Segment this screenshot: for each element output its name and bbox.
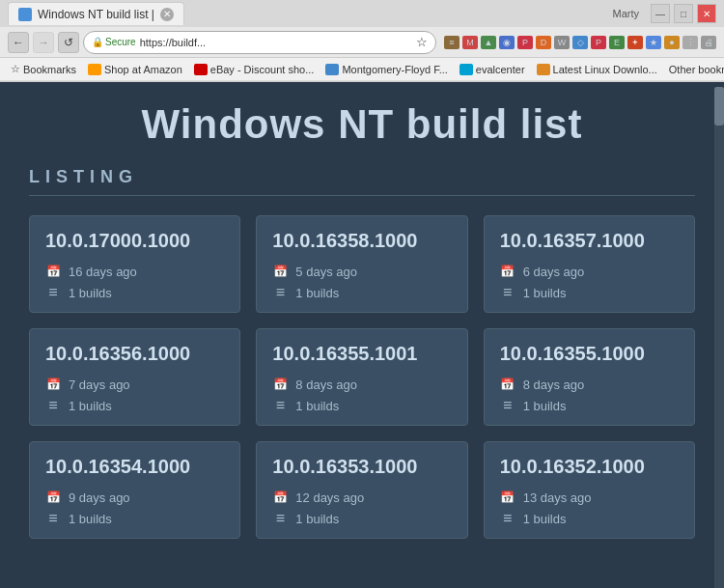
build-date: 13 days ago (500, 490, 679, 505)
build-version: 10.0.16354.1000 (45, 456, 224, 478)
build-card[interactable]: 10.0.16358.1000 5 days ago 1 builds (256, 215, 467, 313)
window-controls: Marty — □ ✕ (613, 4, 717, 23)
section-header: LISTING (29, 167, 695, 196)
ext2-icon[interactable]: ★ (646, 36, 661, 49)
bookmark-item-ebay[interactable]: eBay - Discount sho... (191, 64, 318, 75)
forward-button[interactable]: → (33, 32, 54, 53)
days-ago-label: 5 days ago (295, 265, 357, 279)
build-date: 9 days ago (45, 490, 224, 505)
calendar-icon (272, 490, 288, 505)
print-icon[interactable]: 🖨 (701, 36, 716, 49)
calendar-icon (272, 377, 288, 392)
build-count: 1 builds (272, 398, 451, 413)
diigo-icon[interactable]: D (536, 36, 551, 49)
calendar-icon (500, 377, 515, 392)
dropbox-icon[interactable]: ◇ (572, 36, 588, 49)
refresh-button[interactable]: ↺ (58, 32, 79, 53)
plus-icon[interactable]: + (627, 36, 643, 49)
builds-list-icon (45, 398, 61, 413)
bookmark-item-montgomery[interactable]: Montgomery-Floyd F... (322, 64, 450, 75)
build-card[interactable]: 10.0.16353.1000 12 days ago 1 builds (256, 441, 467, 539)
build-count: 1 builds (272, 285, 451, 300)
page-title: Windows NT build list (29, 82, 695, 167)
build-card[interactable]: 10.0.17000.1000 16 days ago 1 builds (29, 215, 240, 313)
build-version: 10.0.16357.1000 (500, 230, 679, 252)
bookmark-item-amazon[interactable]: Shop at Amazon (85, 64, 185, 75)
build-meta: 5 days ago 1 builds (272, 264, 451, 300)
days-ago-label: 16 days ago (69, 265, 137, 279)
gmail-icon[interactable]: M (462, 36, 478, 49)
other-bookmarks-label: Other bookmarks (669, 64, 724, 75)
minimize-button[interactable]: — (651, 4, 670, 23)
bookmark-item-other[interactable]: Other bookmarks (666, 64, 724, 75)
bookmark-label-ebay: eBay - Discount sho... (210, 64, 315, 75)
builds-list-icon (272, 398, 288, 413)
build-meta: 6 days ago 1 builds (500, 264, 679, 300)
calendar-icon (45, 377, 61, 392)
builds-count-label: 1 builds (523, 512, 567, 526)
builds-count-label: 1 builds (69, 399, 112, 413)
build-date: 8 days ago (272, 377, 451, 392)
builds-count-label: 1 builds (295, 512, 339, 526)
build-meta: 13 days ago 1 builds (500, 490, 679, 526)
active-tab[interactable]: Windows NT build list | ✕ (8, 2, 184, 25)
menu-icon[interactable]: ⋮ (682, 36, 698, 49)
scrollbar-thumb[interactable] (714, 87, 724, 126)
back-button[interactable]: ← (8, 32, 29, 53)
build-card[interactable]: 10.0.16355.1000 8 days ago 1 builds (484, 328, 695, 426)
ebay-icon (194, 64, 208, 75)
evernote-icon[interactable]: E (609, 36, 625, 49)
montgomery-icon (325, 64, 339, 75)
build-count: 1 builds (272, 511, 451, 526)
builds-grid: 10.0.17000.1000 16 days ago 1 builds 10.… (29, 215, 695, 539)
extensions-icon[interactable]: ≡ (444, 36, 459, 49)
build-card[interactable]: 10.0.16354.1000 9 days ago 1 builds (29, 441, 240, 539)
build-count: 1 builds (500, 511, 679, 526)
address-text: https://buildf... (140, 37, 206, 48)
days-ago-label: 9 days ago (69, 490, 130, 505)
build-count: 1 builds (500, 398, 679, 413)
wiki-icon[interactable]: W (554, 36, 570, 49)
browser-chrome: Windows NT build list | ✕ Marty — □ ✕ ← … (0, 0, 724, 82)
page-content: Windows NT build list LISTING 10.0.17000… (0, 82, 724, 568)
build-card[interactable]: 10.0.16356.1000 7 days ago 1 builds (29, 328, 240, 426)
star-icon[interactable]: ☆ (416, 35, 428, 49)
address-bar[interactable]: 🔒 Secure https://buildf... ☆ (83, 31, 436, 54)
scrollbar[interactable] (714, 87, 724, 588)
secure-label: Secure (105, 37, 136, 47)
build-version: 10.0.17000.1000 (45, 230, 224, 252)
build-version: 10.0.16358.1000 (272, 230, 451, 252)
bookmark-label-bookmarks: Bookmarks (23, 64, 76, 75)
drive-icon[interactable]: ▲ (481, 36, 496, 49)
build-card[interactable]: 10.0.16355.1001 8 days ago 1 builds (256, 328, 467, 426)
pocket-icon[interactable]: P (591, 36, 606, 49)
bookmark-item-bookmarks[interactable]: ☆ Bookmarks (8, 63, 79, 75)
maximize-button[interactable]: □ (674, 4, 693, 23)
evalcenter-icon (459, 64, 473, 75)
days-ago-label: 6 days ago (523, 265, 585, 279)
builds-list-icon (272, 511, 288, 526)
days-ago-label: 13 days ago (523, 490, 592, 505)
maps-icon[interactable]: ◉ (499, 36, 515, 49)
close-button[interactable]: ✕ (697, 4, 716, 23)
build-count: 1 builds (45, 285, 224, 300)
builds-count-label: 1 builds (69, 512, 112, 526)
tab-label: Windows NT build list | (38, 8, 154, 21)
build-date: 12 days ago (272, 490, 451, 505)
build-card[interactable]: 10.0.16352.1000 13 days ago 1 builds (484, 441, 695, 539)
build-card[interactable]: 10.0.16357.1000 6 days ago 1 builds (484, 215, 695, 313)
builds-count-label: 1 builds (523, 399, 567, 413)
ext3-icon[interactable]: ● (664, 36, 680, 49)
tab-close-button[interactable]: ✕ (160, 8, 174, 21)
build-date: 16 days ago (45, 264, 224, 279)
bookmark-item-evalcenter[interactable]: evalcenter (457, 64, 528, 75)
builds-count-label: 1 builds (523, 286, 567, 300)
bookmark-label-evalcenter: evalcenter (476, 64, 525, 75)
secure-badge: 🔒 Secure (92, 37, 136, 47)
bookmark-item-linux[interactable]: Latest Linux Downlo... (534, 64, 660, 75)
calendar-icon (272, 264, 288, 279)
build-version: 10.0.16356.1000 (45, 343, 224, 365)
pinterest-icon[interactable]: P (517, 36, 533, 49)
builds-list-icon (500, 285, 515, 300)
build-version: 10.0.16355.1000 (500, 343, 679, 365)
